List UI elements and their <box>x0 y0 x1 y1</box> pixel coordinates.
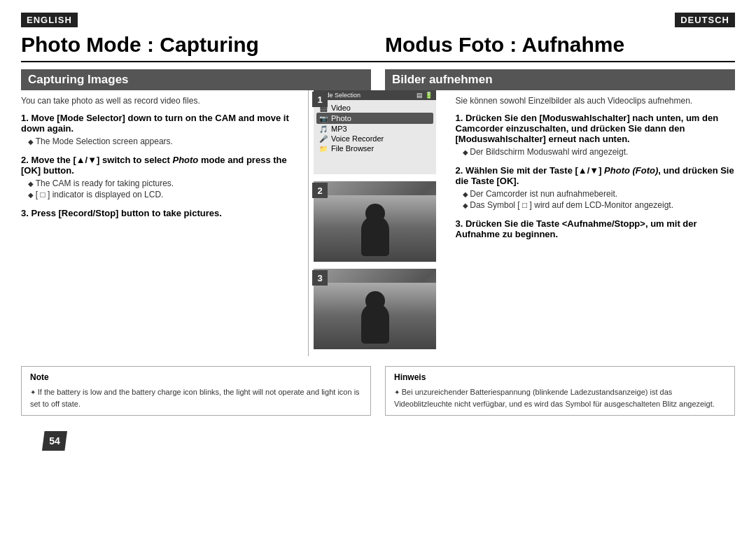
deutsch-label: DEUTSCH <box>675 13 735 27</box>
intro-en: You can take photo as well as record vid… <box>21 96 301 106</box>
step-2-de-text-plain: Wählen Sie mit der Taste [▲/▼] <box>465 165 604 176</box>
section-header-en: Capturing Images <box>21 69 371 90</box>
step-1-en-text: Move [Mode Selector] down to turn on the… <box>21 113 289 134</box>
photo-screen-2: 📷 Photo Capturing 800 🔋 <box>314 181 436 262</box>
img-num-3: 3 <box>312 270 328 286</box>
header: ENGLISH DEUTSCH <box>0 0 756 30</box>
menu-item-file: 📁 File Browser <box>319 143 430 153</box>
section-headers: Capturing Images Bilder aufnehmen <box>21 69 735 90</box>
menu-item-video: 🎬 Video <box>319 103 430 113</box>
img-num-2: 2 <box>312 183 328 198</box>
mp3-icon: 🎵 <box>319 125 328 133</box>
menu-item-photo: 📷 Photo <box>316 113 433 124</box>
image-2-wrapper: 2 📷 Photo Capturing 800 🔋 <box>314 181 436 262</box>
note-text-de: Bei unzureichender Batteriespannung (bli… <box>394 386 726 409</box>
step-3-en-text: Press [Record/Stop] button to take pictu… <box>31 208 221 218</box>
voice-icon: 🎤 <box>319 135 328 143</box>
menu-list: 🎬 Video 📷 Photo 🎵 MP3 🎤 <box>314 100 436 174</box>
step-1-de-title: 1. Drücken Sie den [Moduswahlschalter] n… <box>456 113 736 144</box>
menu-item-voice-label: Voice Recorder <box>331 134 384 143</box>
step-3-de-title: 3. Drücken Sie die Taste <Aufnahme/Stopp… <box>456 218 736 239</box>
photo-bg-3 <box>314 269 436 349</box>
step-2-de-bullet-1: Der Camcorder ist nun aufnahmebereit. <box>463 189 736 199</box>
image-1-wrapper: 1 Mode Selection ▤ 🔋 🎬 Video 📷 Photo <box>314 90 436 174</box>
intro-de: Sie können sowohl Einzelbilder als auch … <box>456 96 736 106</box>
step-2-en-bullet-1: The CAM is ready for taking pictures. <box>28 178 301 188</box>
photo-screen-3: 📷 Photo Capturing 800 🔋 <box>314 269 436 349</box>
step-3-en: 3. Press [Record/Stop] button to take pi… <box>21 208 301 218</box>
page: ENGLISH DEUTSCH Photo Mode : Capturing M… <box>0 0 756 534</box>
step-2-en-title: 2. Move the [▲/▼] switch to select Photo… <box>21 155 301 176</box>
step-2-en: 2. Move the [▲/▼] switch to select Photo… <box>21 155 301 199</box>
menu-item-photo-label: Photo <box>331 114 351 122</box>
note-box-en: Note If the battery is low and the batte… <box>21 366 371 416</box>
note-section: Note If the battery is low and the batte… <box>21 366 735 416</box>
step-2-de-num: 2. <box>456 165 465 176</box>
screen-bar-1: Mode Selection ▤ 🔋 <box>314 90 436 100</box>
title-de: Modus Foto : Aufnahme <box>371 30 735 57</box>
note-box-de: Hinweis Bei unzureichender Batteriespann… <box>385 366 735 416</box>
note-title-en: Note <box>30 372 362 382</box>
step-1-de-text: Drücken Sie den [Moduswahlschalter] nach… <box>456 113 719 144</box>
menu-item-voice: 🎤 Voice Recorder <box>319 134 430 143</box>
menu-item-mp3: 🎵 MP3 <box>319 124 430 134</box>
step-3-en-num: 3. <box>21 208 31 218</box>
photo-icon: 📷 <box>319 115 328 122</box>
step-3-de: 3. Drücken Sie die Taste <Aufnahme/Stopp… <box>456 218 736 239</box>
step-1-de: 1. Drücken Sie den [Moduswahlschalter] n… <box>456 113 736 157</box>
menu-item-video-label: Video <box>331 104 351 112</box>
english-label: ENGLISH <box>21 13 78 27</box>
step-1-de-num: 1. <box>456 113 465 123</box>
file-icon: 📁 <box>319 145 328 153</box>
english-column: You can take photo as well as record vid… <box>21 90 309 356</box>
step-1-en-title: 1. Move [Mode Selector] down to turn on … <box>21 113 301 134</box>
english-badge: ENGLISH <box>21 13 78 30</box>
main-title-row: Photo Mode : Capturing Modus Foto : Aufn… <box>21 30 735 62</box>
step-3-de-text: Drücken Sie die Taste <Aufnahme/Stopp>, … <box>456 218 697 239</box>
img-num-1: 1 <box>312 92 328 107</box>
german-column: Sie können sowohl Einzelbilder als auch … <box>442 90 736 356</box>
page-number-area: 54 <box>21 423 735 459</box>
note-title-de: Hinweis <box>394 372 726 382</box>
step-1-en-bullet-1: The Mode Selection screen appears. <box>28 136 301 146</box>
photo-bg-2 <box>314 181 436 262</box>
step-2-de-bullet-2: Das Symbol [ □ ] wird auf dem LCD-Monito… <box>463 200 736 210</box>
step-3-en-title: 3. Press [Record/Stop] button to take pi… <box>21 208 301 218</box>
step-3-de-num: 3. <box>456 218 465 229</box>
menu-item-mp3-label: MP3 <box>331 125 347 133</box>
three-col-layout: You can take photo as well as record vid… <box>21 90 735 356</box>
step-1-en-num: 1. <box>21 113 31 123</box>
step-2-de-title: 2. Wählen Sie mit der Taste [▲/▼] Photo … <box>456 165 736 186</box>
step-2-en-num: 2. <box>21 155 31 165</box>
center-column: 1 Mode Selection ▤ 🔋 🎬 Video 📷 Photo <box>309 90 442 356</box>
menu-screen-mockup: Mode Selection ▤ 🔋 🎬 Video 📷 Photo <box>314 90 436 174</box>
step-2-en-text-plain: Move the [▲/▼] switch to select <box>31 155 172 165</box>
menu-item-file-label: File Browser <box>331 144 374 153</box>
step-2-en-bullet-2: [ □ ] indicator is displayed on LCD. <box>28 190 301 199</box>
step-1-de-bullet-1: Der Bildschirm Moduswahl wird angezeigt. <box>463 147 736 157</box>
screen-icons: ▤ 🔋 <box>416 92 433 99</box>
image-3-wrapper: 3 📷 Photo Capturing 800 🔋 <box>314 269 436 349</box>
step-2-de-italic: Photo (Foto) <box>604 165 658 176</box>
step-1-en: 1. Move [Mode Selector] down to turn on … <box>21 113 301 146</box>
section-header-de: Bilder aufnehmen <box>385 69 735 90</box>
title-en: Photo Mode : Capturing <box>21 30 371 57</box>
note-text-en: If the battery is low and the battery ch… <box>30 386 362 409</box>
step-2-en-italic: Photo <box>172 155 198 165</box>
page-number: 54 <box>42 431 67 451</box>
step-2-de: 2. Wählen Sie mit der Taste [▲/▼] Photo … <box>456 165 736 210</box>
